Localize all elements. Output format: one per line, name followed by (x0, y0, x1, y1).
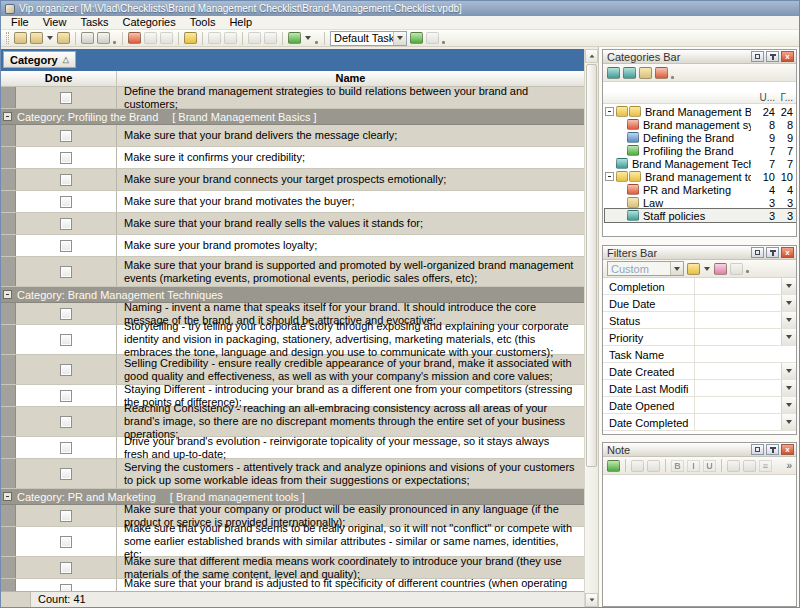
task-name[interactable]: Make sure that your brand delivers the m… (117, 125, 584, 146)
task-checkbox[interactable] (60, 584, 72, 592)
task-row[interactable]: Make sure your brand promotes loyalty; (1, 235, 584, 257)
filter-value-field[interactable] (695, 312, 781, 328)
row-selector-gutter[interactable] (1, 325, 16, 354)
filter-value-field[interactable] (695, 329, 781, 345)
filter-dropdown-button[interactable] (781, 397, 796, 413)
vertical-scrollbar[interactable] (584, 49, 598, 607)
filter-preset-combobox[interactable]: Custom (607, 261, 684, 276)
tree-expander-icon[interactable] (605, 172, 614, 181)
task-checkbox[interactable] (60, 130, 72, 142)
task-checkbox[interactable] (60, 468, 72, 480)
task-checkbox[interactable] (60, 308, 72, 320)
task-row[interactable]: Make sure that your brand really sells t… (1, 213, 584, 235)
task-checkbox[interactable] (60, 416, 72, 428)
row-selector-gutter[interactable] (1, 257, 16, 286)
edit-note-icon[interactable] (607, 460, 620, 472)
filter-value-field[interactable] (695, 346, 796, 362)
filter-dropdown-caret-icon[interactable] (703, 267, 711, 271)
row-selector-gutter[interactable] (1, 191, 16, 212)
task-name[interactable]: Make sure your brand connects your targe… (117, 169, 584, 190)
task-type-combobox-dropdown-button[interactable] (393, 32, 406, 45)
clear-filter-icon[interactable] (714, 263, 727, 275)
collapse-all-icon[interactable] (264, 32, 277, 44)
new-task-icon[interactable] (128, 32, 141, 44)
panel-close-button[interactable]: x (781, 444, 794, 455)
task-type-combobox[interactable]: Default Task (330, 31, 407, 46)
task-checkbox[interactable] (60, 442, 72, 454)
italic-icon[interactable]: I (687, 460, 700, 472)
menu-view[interactable]: View (36, 16, 74, 29)
menu-tasks[interactable]: Tasks (73, 16, 115, 29)
task-checkbox[interactable] (60, 510, 72, 522)
group-by-category-button[interactable]: Category △ (3, 51, 76, 68)
tree-row[interactable]: Staff policies33 (605, 209, 796, 222)
task-checkbox[interactable] (60, 196, 72, 208)
menu-tools[interactable]: Tools (183, 16, 223, 29)
insert-table-icon[interactable] (743, 460, 756, 472)
scrollbar-track[interactable] (585, 63, 598, 593)
new-category-icon[interactable] (607, 67, 620, 79)
task-row[interactable]: Make sure your brand connects your targe… (1, 169, 584, 191)
task-name[interactable]: Make sure your brand promotes loyalty; (117, 235, 584, 256)
title-bar[interactable]: Vip organizer [M:\Vlad\Checklists\Brand … (1, 1, 799, 16)
row-selector-gutter[interactable] (1, 385, 16, 406)
move-up-icon[interactable] (224, 32, 237, 44)
toolbar-grip-icon[interactable] (6, 32, 9, 44)
apply-task-type-icon[interactable] (410, 32, 423, 44)
print-preview-icon[interactable] (97, 32, 110, 44)
task-checkbox[interactable] (60, 562, 72, 574)
menu-categories[interactable]: Categories (116, 16, 183, 29)
filter-dropdown-button[interactable] (781, 312, 796, 328)
filter-value-field[interactable] (695, 414, 781, 430)
panel-restore-button[interactable] (751, 51, 764, 62)
task-name[interactable]: Drive your brand's evolution - reinvigor… (117, 437, 584, 458)
task-name[interactable]: Selling Credibility - ensure really cred… (117, 355, 584, 384)
toolbar-overflow-icon[interactable] (442, 41, 445, 44)
bullet-list-icon[interactable]: ≡ (759, 460, 772, 472)
move-down-icon[interactable] (208, 32, 221, 44)
task-checkbox[interactable] (60, 174, 72, 186)
new-notebook-icon[interactable] (14, 32, 27, 44)
note-content[interactable] (603, 475, 796, 606)
row-selector-gutter[interactable] (1, 87, 16, 108)
task-row[interactable]: Make sure it confirms your credibility; (1, 147, 584, 169)
toolbar-overflow-icon[interactable] (746, 270, 749, 273)
insert-image-icon[interactable] (727, 460, 740, 472)
task-name[interactable]: Storytelling - try telling your corporat… (117, 325, 584, 354)
row-selector-gutter[interactable] (1, 147, 16, 168)
tree-row[interactable]: Profiling the Brand77 (605, 144, 796, 157)
column-header-done[interactable]: Done (1, 71, 117, 86)
tree-row[interactable]: Brand Management Basics2424 (605, 105, 796, 118)
task-checkbox[interactable] (60, 334, 72, 346)
task-checkbox[interactable] (60, 536, 72, 548)
panel-pin-button[interactable] (766, 247, 779, 258)
filter-dropdown-button[interactable] (781, 414, 796, 430)
row-selector-gutter[interactable] (1, 505, 16, 526)
filter-value-field[interactable] (695, 397, 781, 413)
note-toolbar-overflow-icon[interactable]: » (786, 460, 792, 471)
filter-dropdown-button[interactable] (781, 363, 796, 379)
filter-value-field[interactable] (695, 278, 781, 294)
row-selector-gutter[interactable] (1, 527, 16, 556)
task-row[interactable]: Reaching Consistency - reaching an all-e… (1, 407, 584, 437)
tree-row[interactable]: Defining the Brand99 (605, 131, 796, 144)
task-row[interactable]: Drive your brand's evolution - reinvigor… (1, 437, 584, 459)
delete-category-icon[interactable] (655, 67, 668, 79)
tree-expander-icon[interactable] (605, 107, 614, 116)
panel-restore-button[interactable] (751, 247, 764, 258)
row-selector-gutter[interactable] (1, 437, 16, 458)
row-selector-gutter[interactable] (1, 213, 16, 234)
task-row[interactable]: Define the brand management strategies t… (1, 87, 584, 109)
menu-help[interactable]: Help (222, 16, 259, 29)
new-note-page-icon[interactable] (631, 460, 644, 472)
task-name[interactable]: Make sure it confirms your credibility; (117, 147, 584, 168)
open-notebook-icon[interactable] (30, 32, 43, 44)
task-row[interactable]: Make sure that your brand delivers the m… (1, 125, 584, 147)
task-checkbox[interactable] (60, 152, 72, 164)
menu-file[interactable]: File (4, 16, 36, 29)
task-checkbox[interactable] (60, 266, 72, 278)
task-name[interactable]: Make sure that your brand really sells t… (117, 213, 584, 234)
scroll-up-button[interactable] (585, 49, 598, 63)
task-name[interactable]: Make sure that your brand seems to be re… (117, 527, 584, 556)
task-checkbox[interactable] (60, 364, 72, 376)
